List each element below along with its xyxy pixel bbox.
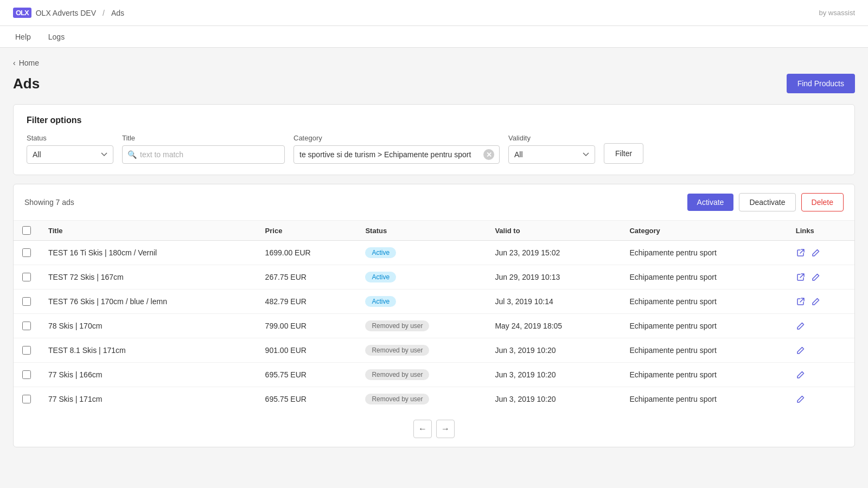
row-price: 799.00 EUR [257,314,357,338]
row-status: Removed by user [356,363,486,387]
status-badge: Removed by user [365,320,429,331]
row-checkbox-cell [14,290,40,314]
row-valid-to: Jul 3, 2019 10:14 [486,290,621,314]
link-icons [796,394,846,404]
row-checkbox[interactable] [22,297,31,306]
row-status: Active [356,290,486,314]
row-title: TEST 76 Skis | 170cm / blue / lemn [40,290,257,314]
category-clear-button[interactable]: ✕ [483,149,494,160]
filter-group-validity: Validity All Valid Expired [508,134,595,164]
edit-icon[interactable] [796,345,806,355]
row-title: 78 Skis | 170cm [40,314,257,338]
table-row: 77 Skis | 166cm 695.75 EUR Removed by us… [14,363,854,387]
row-valid-to: May 24, 2019 18:05 [486,314,621,338]
row-checkbox[interactable] [22,395,31,403]
breadcrumb-page: Ads [111,9,124,17]
search-icon: 🔍 [127,150,137,159]
prev-page-button[interactable]: ← [413,420,432,438]
table-row: TEST 8.1 Skis | 171cm 901.00 EUR Removed… [14,338,854,363]
edit-icon[interactable] [796,321,806,331]
status-badge: Active [365,272,396,282]
row-title: 77 Skis | 171cm [40,387,257,412]
deactivate-button[interactable]: Deactivate [739,193,795,211]
row-status: Removed by user [356,338,486,363]
validity-select[interactable]: All Valid Expired [508,145,595,164]
row-category: Echipamente pentru sport [621,265,787,290]
row-checkbox-cell [14,338,40,363]
row-links [787,290,854,314]
topbar-left: OLX OLX Adverts DEV / Ads [13,8,124,18]
row-status: Removed by user [356,387,486,412]
find-products-button[interactable]: Find Products [787,74,855,93]
status-select[interactable]: All Active Removed by user [27,145,113,164]
table-toolbar: Showing 7 ads Activate Deactivate Delete [14,184,854,221]
row-valid-to: Jun 23, 2019 15:02 [486,241,621,265]
external-link-icon[interactable] [796,272,806,282]
activate-button[interactable]: Activate [687,194,734,211]
col-checkbox [14,221,40,241]
filter-button-group: Filter [604,143,643,164]
back-chevron-icon: ‹ [13,59,16,67]
edit-icon[interactable] [811,248,821,258]
row-links [787,363,854,387]
filter-group-status: Status All Active Removed by user [27,134,113,164]
delete-button[interactable]: Delete [801,193,844,211]
row-category: Echipamente pentru sport [621,290,787,314]
title-input[interactable] [122,145,285,164]
filter-row: Status All Active Removed by user Title … [27,134,841,164]
next-page-button[interactable]: → [436,420,455,438]
row-title: TEST 8.1 Skis | 171cm [40,338,257,363]
status-badge: Removed by user [365,345,429,356]
table-row: TEST 76 Skis | 170cm / blue / lemn 482.7… [14,290,854,314]
status-badge: Removed by user [365,369,429,380]
row-valid-to: Jun 3, 2019 10:20 [486,363,621,387]
row-links [787,314,854,338]
breadcrumb-app: OLX Adverts DEV [36,9,96,17]
status-badge: Active [365,296,396,307]
topbar: OLX OLX Adverts DEV / Ads by wsassist [0,0,868,26]
external-link-icon[interactable] [796,297,806,306]
select-all-checkbox[interactable] [22,226,31,235]
edit-icon[interactable] [811,272,821,282]
row-checkbox[interactable] [22,248,31,257]
row-links [787,241,854,265]
row-checkbox-cell [14,241,40,265]
page-title: Ads [13,75,40,92]
row-price: 1699.00 EUR [257,241,357,265]
title-label: Title [122,134,285,142]
table-row: TEST 72 Skis | 167cm 267.75 EUR Active J… [14,265,854,290]
row-checkbox[interactable] [22,322,31,330]
page-header: Ads Find Products [13,74,855,93]
category-input[interactable] [293,145,500,164]
link-icons [796,321,846,331]
olx-logo-icon: OLX [13,8,31,18]
col-category: Category [621,221,787,241]
ads-table: Title Price Status Valid to Category Lin… [14,221,854,411]
row-links [787,338,854,363]
edit-icon[interactable] [811,297,821,306]
row-checkbox[interactable] [22,346,31,355]
row-price: 695.75 EUR [257,387,357,412]
table-row: 77 Skis | 171cm 695.75 EUR Removed by us… [14,387,854,412]
edit-icon[interactable] [796,394,806,404]
row-checkbox[interactable] [22,370,31,379]
nav: Help Logs [0,26,868,48]
breadcrumb-separator: / [103,9,105,17]
row-checkbox[interactable] [22,273,31,281]
category-label: Category [293,134,500,142]
row-status: Removed by user [356,314,486,338]
row-valid-to: Jun 29, 2019 10:13 [486,265,621,290]
nav-item-logs[interactable]: Logs [46,26,67,48]
row-category: Echipamente pentru sport [621,338,787,363]
row-category: Echipamente pentru sport [621,241,787,265]
table-row: TEST 16 Ti Skis | 180cm / Vernil 1699.00… [14,241,854,265]
external-link-icon[interactable] [796,248,806,258]
link-icons [796,370,846,380]
edit-icon[interactable] [796,370,806,380]
col-price: Price [257,221,357,241]
filter-group-category: Category ✕ [293,134,500,164]
link-icons [796,272,846,282]
back-link[interactable]: ‹ Home [13,59,855,67]
filter-button[interactable]: Filter [604,143,643,164]
nav-item-help[interactable]: Help [13,26,33,48]
